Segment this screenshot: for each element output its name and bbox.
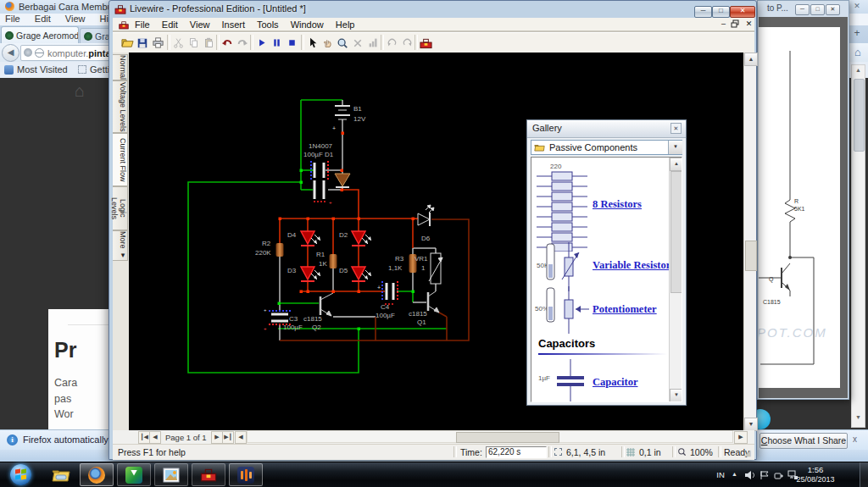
ff-menu-edit[interactable]: Edit <box>35 14 51 24</box>
led-d3[interactable] <box>301 267 320 281</box>
tab-voltage-levels[interactable]: Voltage Levels <box>113 80 128 133</box>
mdi-minimize-button[interactable]: – <box>718 19 729 30</box>
menu-edit[interactable]: Edit <box>162 19 178 30</box>
capacitor-c2[interactable]: + <box>311 161 332 205</box>
identity-icon[interactable] <box>24 48 32 57</box>
scroll-thumb[interactable] <box>854 79 865 152</box>
paste-button[interactable] <box>201 35 216 51</box>
gallery-category-select[interactable]: Passive Components ▼ <box>531 140 682 155</box>
green-wires[interactable] <box>188 100 447 373</box>
volume-icon[interactable] <box>745 470 755 480</box>
tray-clock-time[interactable]: 1:56 <box>795 465 836 474</box>
minimize-button[interactable]: ─ <box>795 4 810 15</box>
canvas-vscrollbar[interactable]: ▲ ▼ <box>743 53 756 430</box>
diode-d1[interactable] <box>335 174 350 187</box>
zoom-tool-button[interactable] <box>335 35 350 51</box>
led-d6[interactable] <box>413 205 434 226</box>
taskbar-firefox-button[interactable] <box>80 463 114 486</box>
page-scrollbar[interactable]: ▲ ▼ <box>851 64 865 428</box>
first-page-button[interactable]: ┃◀ <box>138 431 150 444</box>
undo-button[interactable] <box>220 35 235 51</box>
menu-window[interactable]: Window <box>291 19 324 30</box>
tab-logic-levels[interactable]: Logic Levels <box>113 186 128 230</box>
back-button[interactable]: ◀ <box>2 44 19 62</box>
ff-menu-view[interactable]: View <box>65 14 86 24</box>
redo-button[interactable] <box>235 35 250 51</box>
save-button[interactable] <box>135 35 150 51</box>
scroll-right-icon[interactable]: ▶ <box>734 431 748 444</box>
scroll-thumb[interactable] <box>670 171 682 293</box>
next-page-button[interactable]: ▶ <box>211 431 223 444</box>
scroll-thumb[interactable] <box>745 241 757 271</box>
link-8-resistors[interactable]: 8 Resistors <box>593 198 642 211</box>
delete-tool-button[interactable] <box>350 35 365 51</box>
tab-normal[interactable]: Normal <box>113 54 128 80</box>
remove-hardware-icon[interactable] <box>774 470 784 480</box>
gallery-close-icon[interactable]: ✕ <box>670 123 682 134</box>
transistor-q2[interactable] <box>320 293 333 316</box>
scroll-down-icon[interactable]: ▼ <box>744 418 758 431</box>
maximize-button[interactable]: □ <box>810 4 825 15</box>
home-button-icon[interactable]: ⌂ <box>850 46 865 58</box>
transistor-q1[interactable] <box>428 291 439 313</box>
window-close-icon[interactable]: ✕ <box>849 2 865 13</box>
splitter-button[interactable]: ◀ <box>235 431 247 444</box>
gallery-scrollbar[interactable]: ▲ ▼ <box>669 158 682 401</box>
menu-insert[interactable]: Insert <box>222 19 246 30</box>
graph-button[interactable] <box>365 35 381 51</box>
pan-hand-tool-button[interactable] <box>320 35 335 51</box>
menu-tools[interactable]: Tools <box>257 19 279 30</box>
menu-help[interactable]: Help <box>336 19 355 30</box>
potentiometer-icon[interactable] <box>543 286 594 334</box>
tab-more[interactable]: More ▾ <box>113 230 128 261</box>
positive-wires[interactable] <box>280 190 418 291</box>
gallery-toggle-button[interactable] <box>418 35 433 51</box>
close-button[interactable]: ✕ <box>730 6 755 18</box>
cut-button[interactable] <box>170 35 186 51</box>
variable-resistor-vr1[interactable] <box>429 253 442 284</box>
minimize-button[interactable]: ─ <box>694 6 712 18</box>
print-button[interactable] <box>150 35 165 51</box>
copy-button[interactable] <box>186 35 201 51</box>
menu-view[interactable]: View <box>190 19 210 30</box>
tab-current-flow[interactable]: Current Flow <box>113 133 128 186</box>
rotate-left-button[interactable] <box>384 35 399 51</box>
action-center-flag-icon[interactable] <box>760 470 770 480</box>
stop-button[interactable] <box>284 35 299 51</box>
start-button[interactable] <box>5 463 36 486</box>
variable-resistor-icon[interactable] <box>543 242 587 291</box>
run-button[interactable] <box>253 35 269 51</box>
prev-page-button[interactable]: ◀ <box>149 431 161 444</box>
tray-clock-date[interactable]: 25/08/2013 <box>791 475 840 484</box>
close-button[interactable]: ✕ <box>826 4 840 15</box>
tray-language[interactable]: IN <box>713 470 728 479</box>
pause-button[interactable] <box>269 35 284 51</box>
resistor-r1[interactable] <box>330 254 337 268</box>
capacitor-icon[interactable] <box>552 359 589 402</box>
scroll-up-icon[interactable]: ▲ <box>854 67 863 73</box>
choose-what-i-share-button[interactable]: Choose What I Share <box>760 433 848 449</box>
capacitor-c4[interactable]: + <box>377 281 398 304</box>
ff-menu-file[interactable]: File <box>5 14 20 24</box>
taskbar-circuit-app-button[interactable] <box>229 463 263 486</box>
mdi-close-button[interactable]: ✕ <box>743 19 754 30</box>
menu-file[interactable]: File <box>135 19 150 30</box>
last-page-button[interactable]: ▶┃ <box>222 431 234 444</box>
led-d4[interactable] <box>301 231 320 246</box>
rotate-right-button[interactable] <box>399 35 415 51</box>
scroll-thumb[interactable] <box>456 432 559 443</box>
taskbar-livewire-button[interactable] <box>192 463 225 486</box>
resistors-icon[interactable] <box>535 170 589 252</box>
resistor-r2[interactable] <box>276 243 284 257</box>
scroll-up-icon[interactable]: ▲ <box>670 158 682 171</box>
new-tab-button[interactable]: + <box>849 27 865 40</box>
tray-hidden-icons-arrow[interactable]: ▲ <box>732 471 737 477</box>
taskbar-idm-button[interactable] <box>117 463 151 486</box>
link-variable-resistor[interactable]: Variable Resistor <box>593 259 670 272</box>
show-desktop-button[interactable] <box>860 462 868 487</box>
scroll-down-icon[interactable]: ▼ <box>670 389 682 402</box>
url-text[interactable]: komputer.pinta <box>47 48 111 58</box>
maximize-button[interactable]: □ <box>712 6 730 18</box>
led-d5[interactable] <box>352 267 371 281</box>
notification-close-icon[interactable]: x <box>853 434 857 444</box>
